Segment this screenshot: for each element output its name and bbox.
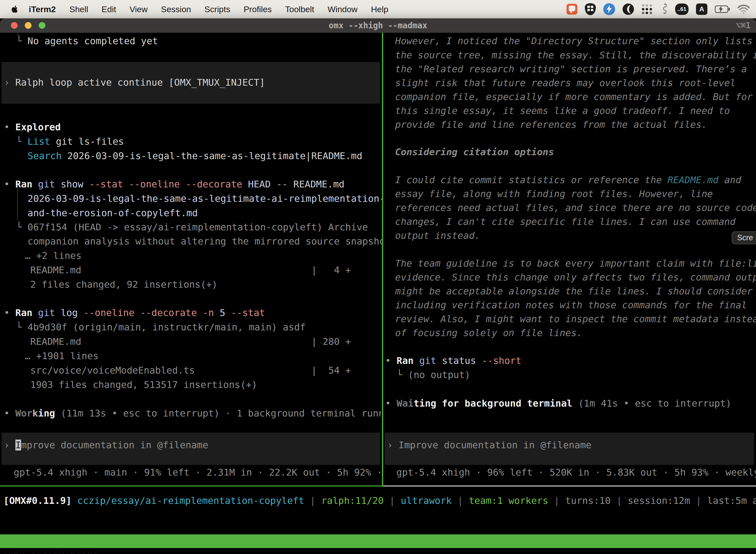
terminal-area[interactable]: └ No agents completed yet › Ralph loop a…: [0, 33, 756, 554]
reasoning-text-line: might be acceptable alongside the file l…: [395, 284, 753, 298]
reasoning-text-line: However, I noticed the "Directory Struct…: [395, 34, 753, 48]
menu-item-toolbelt[interactable]: Toolbelt: [278, 4, 321, 14]
menu-item-scripts[interactable]: Scripts: [198, 4, 237, 14]
shield-icon[interactable]: [585, 3, 596, 15]
explored-search-line: Search 2026-03-09-is-legal-the-same-as-l…: [27, 149, 362, 163]
git-show-arg-line: 2026-03-09-is-legal-the-same-as-legitima…: [27, 191, 382, 206]
dots-grid-icon[interactable]: [641, 3, 653, 15]
menu-item-edit[interactable]: Edit: [95, 4, 123, 14]
diffstat-row: README.md| 280 +: [30, 335, 351, 349]
reasoning-text-line: changes, I can't cite specific file line…: [395, 215, 736, 229]
letter-a-icon[interactable]: A: [696, 3, 707, 15]
pane-border-active: [0, 486, 382, 487]
diffstat-row: README.md| 4 +: [30, 263, 351, 277]
tree-connector: [17, 185, 18, 220]
menu-app-name[interactable]: iTerm2: [26, 4, 63, 14]
explored-list-line: └ List git ls-files: [16, 134, 124, 149]
tmux-pane-right[interactable]: However, I noticed the "Directory Struct…: [384, 33, 756, 486]
git-status-output: └ (no output): [397, 368, 470, 382]
window-title-bar[interactable]: omx --xhigh --madmax ⌥⌘1: [0, 18, 756, 33]
reasoning-heading: Considering citation options: [395, 145, 554, 159]
menu-item-profiles[interactable]: Profiles: [237, 4, 278, 14]
battery-icon[interactable]: [715, 5, 730, 13]
prompt-input-box[interactable]: › Improve documentation in @filename: [385, 433, 754, 465]
reasoning-text-line: the source tree, missing the essay. Stil…: [395, 48, 756, 62]
iterm2-window: omx --xhigh --madmax ⌥⌘1 └ No agents com…: [0, 18, 756, 554]
pane-divider[interactable]: [382, 33, 383, 487]
menu-item-session[interactable]: Session: [154, 4, 198, 14]
pane-border-inactive: [383, 486, 756, 487]
tmux-session-label[interactable]: [omx-cczip0:bash*: [2, 548, 99, 554]
diffstat-row: src/voice/voiceModeEnabled.ts| 54 +: [30, 364, 351, 378]
reasoning-text-line: I could cite commit statistics or refere…: [395, 173, 741, 187]
tmux-pane-left[interactable]: └ No agents completed yet › Ralph loop a…: [0, 33, 382, 486]
menu-item-window[interactable]: Window: [321, 4, 364, 14]
git-log-output: └ 4b9d30f (origin/main, instructkr/main,…: [16, 320, 306, 334]
git-show-arg-line: and-the-erosion-of-copyleft.md: [27, 206, 198, 220]
window-shortcut-badge: ⌥⌘1: [736, 18, 751, 33]
menu-status-icons: ..61 A: [567, 3, 756, 15]
speedtest-bolt-icon[interactable]: [603, 3, 615, 15]
reasoning-text-line: references need actual files, and since …: [395, 201, 756, 215]
inject-input-box[interactable]: › Ralph loop active continue [OMX_TMUX_I…: [1, 62, 380, 104]
menu-item-help[interactable]: Help: [364, 4, 395, 14]
reasoning-text-line: The team guideline is to back every impo…: [395, 257, 756, 271]
explored-header: • Explored: [4, 120, 61, 134]
chat-app-icon[interactable]: [567, 4, 577, 15]
badge-61-icon[interactable]: ..61: [675, 3, 689, 15]
agents-status-line: └ No agents completed yet: [16, 34, 158, 48]
window-title: omx --xhigh --madmax: [0, 18, 756, 33]
menu-item-shell[interactable]: Shell: [63, 4, 95, 14]
git-show-command: • Ran git show --stat --oneline --decora…: [4, 177, 344, 191]
reasoning-text-line: this single essay, it seems like a good …: [395, 104, 730, 118]
reasoning-text-line: essay file, along with finding root file…: [395, 187, 713, 201]
reasoning-text-line: output instead.: [395, 229, 480, 243]
prompt-line: › Improve documentation in @filename: [387, 438, 756, 452]
omx-status-bar: [OMX#0.11.9] cczip/essay/ai-reimplementa…: [3, 494, 756, 508]
reasoning-text-line: evidence. Since this change only affects…: [395, 270, 756, 284]
hook-icon[interactable]: [660, 3, 668, 15]
reasoning-text-line: companion file, especially if more comme…: [395, 90, 753, 104]
screen-share-chip[interactable]: Scre: [732, 231, 756, 244]
collapsed-lines-indicator[interactable]: … +2 lines: [25, 249, 82, 263]
prompt-line: › Improve documentation in @filename: [4, 438, 382, 452]
git-status-command: • Ran git status --short: [385, 354, 521, 368]
wifi-icon[interactable]: [738, 4, 750, 14]
diffstat-summary: 1903 files changed, 513517 insertions(+): [30, 378, 257, 392]
diffstat-summary: 2 files changed, 92 insertions(+): [30, 277, 217, 292]
model-status-line: gpt-5.4 xhigh · 96% left · 520K in · 5.8…: [396, 465, 756, 480]
apple-menu-icon[interactable]: [10, 4, 19, 14]
tmux-status-bar: [omx-cczip0:bash* "MacBook-Pro-44.local"…: [0, 535, 756, 548]
reasoning-text-line: the "Related research writing" section i…: [395, 62, 747, 76]
reasoning-text-line: including verification notes with those …: [395, 298, 747, 312]
reasoning-text-line: review. Also, I might want to inspect th…: [395, 312, 756, 326]
reasoning-text-line: provide file and line references from th…: [395, 118, 707, 132]
prompt-input-box[interactable]: › Improve documentation in @filename: [1, 433, 380, 465]
git-show-output: └ 067f154 (HEAD -> essay/ai-reimplementa…: [16, 220, 368, 234]
git-show-output: companion analysis without altering the …: [27, 234, 382, 248]
reasoning-text-line: slight risk that future readers may over…: [395, 76, 736, 90]
waiting-status-line: • Waiting for background terminal (1m 41…: [385, 396, 732, 410]
git-log-command: • Ran git log --oneline --decorate -n 5 …: [4, 306, 265, 320]
macos-menu-bar: iTerm2 Shell Edit View Session Scripts P…: [0, 0, 756, 18]
dark-crescent-icon[interactable]: [623, 3, 634, 15]
collapsed-lines-indicator[interactable]: … +1901 lines: [25, 349, 99, 363]
working-status-line: • Working (11m 13s • esc to interrupt) ·…: [4, 406, 381, 421]
menu-item-view[interactable]: View: [123, 4, 154, 14]
reasoning-text-line: of focusing solely on file lines.: [395, 326, 582, 340]
inject-prompt-line: › Ralph loop active continue [OMX_TMUX_I…: [4, 75, 382, 90]
model-status-line: gpt-5.4 xhigh · main · 91% left · 2.31M …: [14, 465, 382, 480]
